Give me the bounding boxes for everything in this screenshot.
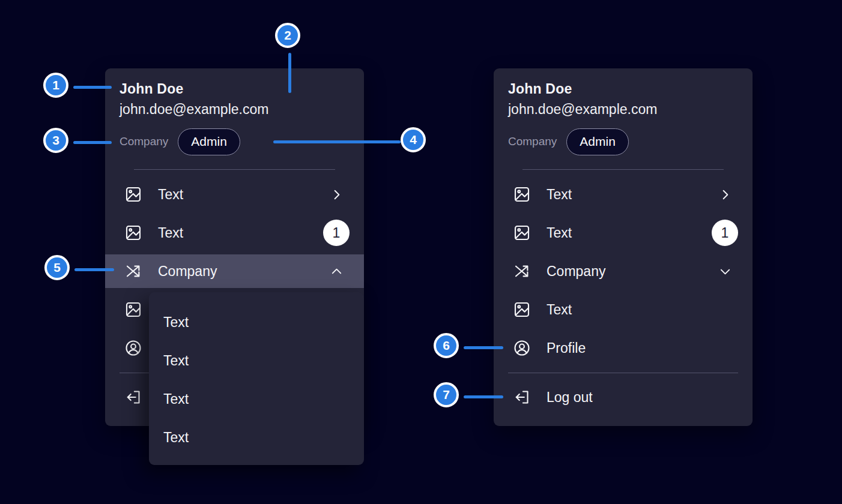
menu-item-profile[interactable]: Profile	[494, 329, 753, 367]
menu-item-label: Text	[547, 225, 712, 241]
company-submenu: Text Text Text Text	[149, 292, 364, 465]
chevron-right-icon	[712, 181, 738, 208]
annotation-marker-1: 1	[43, 73, 68, 98]
image-icon	[124, 185, 142, 203]
submenu-item[interactable]: Text	[149, 418, 364, 457]
image-icon	[124, 224, 142, 242]
divider	[508, 373, 738, 373]
image-icon	[513, 224, 531, 242]
user-email: john.doe@example.com	[508, 101, 738, 118]
user-icon	[513, 339, 531, 357]
user-email: john.doe@example.com	[120, 101, 350, 118]
menu-item-company-expanded[interactable]: Company	[105, 254, 364, 288]
shuffle-icon	[513, 262, 531, 280]
chevron-up-icon	[323, 258, 350, 284]
company-label: Company	[508, 135, 557, 148]
menu-item-text-1[interactable]: Text	[105, 175, 364, 214]
user-menu-collapsed: John Doe john.doe@example.com Company Ad…	[494, 68, 753, 426]
submenu-item[interactable]: Text	[149, 303, 364, 341]
user-name: John Doe	[508, 80, 738, 97]
logout-icon	[513, 388, 531, 406]
menu-item-text-1[interactable]: Text	[494, 175, 753, 214]
user-name: John Doe	[120, 80, 350, 97]
notification-count-badge: 1	[323, 220, 350, 246]
annotation-marker-2: 2	[275, 23, 300, 48]
annotation-line-2	[288, 53, 291, 93]
menu-item-label: Log out	[547, 389, 738, 406]
annotation-marker-5: 5	[44, 255, 70, 280]
submenu-item[interactable]: Text	[149, 341, 364, 380]
menu-item-label: Text	[158, 225, 323, 241]
submenu-item[interactable]: Text	[149, 380, 364, 418]
chevron-down-icon	[712, 258, 738, 284]
menu-item-label: Profile	[547, 340, 738, 356]
menu-item-text-3[interactable]: Text	[494, 290, 753, 329]
company-label: Company	[120, 135, 168, 148]
menu-item-label: Company	[158, 263, 323, 280]
menu-list: Text Text 1	[494, 170, 753, 416]
shuffle-icon	[124, 262, 142, 280]
user-menu-header: John Doe john.doe@example.com Company Ad…	[494, 68, 753, 170]
annotation-line-5	[74, 268, 114, 271]
role-badge: Admin	[566, 128, 629, 155]
annotation-marker-4: 4	[401, 127, 426, 152]
annotation-line-4	[273, 140, 401, 143]
user-menu-header: John Doe john.doe@example.com Company Ad…	[105, 68, 364, 170]
notification-count-badge: 1	[712, 220, 738, 246]
annotation-line-3	[73, 141, 112, 144]
annotation-line-7	[464, 395, 503, 398]
user-icon	[124, 339, 142, 357]
menu-item-label: Text	[547, 302, 738, 318]
logout-icon	[124, 388, 142, 406]
menu-item-logout[interactable]: Log out	[494, 378, 753, 416]
annotation-marker-3: 3	[43, 128, 68, 153]
chevron-right-icon	[323, 181, 350, 208]
annotation-marker-6: 6	[434, 333, 459, 358]
image-icon	[513, 185, 531, 203]
canvas: John Doe john.doe@example.com Company Ad…	[0, 0, 842, 504]
menu-item-label: Text	[158, 187, 323, 203]
menu-item-text-2[interactable]: Text 1	[105, 214, 364, 252]
image-icon	[124, 301, 142, 319]
menu-item-company-collapsed[interactable]: Company	[494, 252, 753, 290]
annotation-marker-7: 7	[434, 382, 459, 407]
menu-item-label: Text	[547, 187, 712, 203]
menu-item-text-2[interactable]: Text 1	[494, 214, 753, 252]
role-badge: Admin	[178, 128, 240, 155]
image-icon	[513, 301, 531, 319]
annotation-line-6	[464, 346, 503, 349]
menu-item-label: Company	[547, 263, 712, 280]
annotation-line-1	[73, 86, 112, 89]
